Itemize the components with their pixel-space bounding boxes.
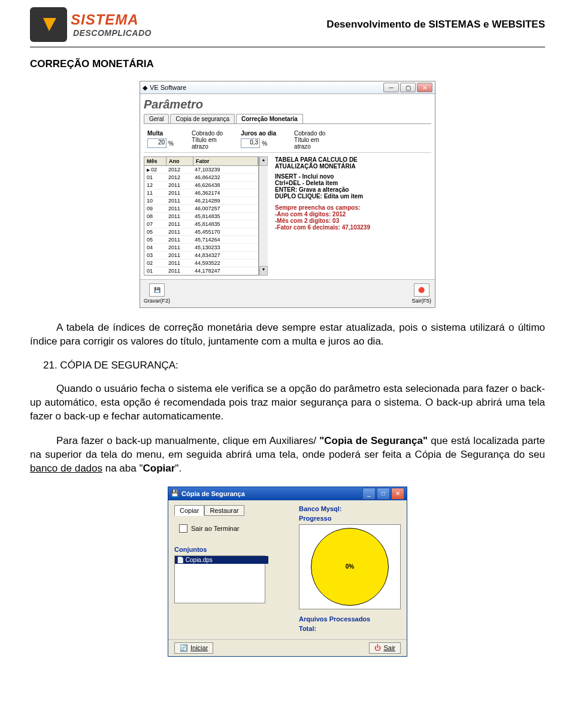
tabs: Geral Copia de segurança Correção Moneta… — [144, 114, 431, 124]
table-row[interactable]: 02201247,103239 — [144, 166, 258, 174]
heading-copia: 21. CÓPIA DE SEGURANÇA: — [30, 360, 545, 371]
table-row[interactable]: 07201145,814835 — [144, 220, 258, 228]
window-titlebar[interactable]: ◆ VE Software ─ ▢ ✕ — [140, 81, 435, 94]
progresso-label: Progresso — [299, 515, 401, 522]
tab-geral[interactable]: Geral — [144, 114, 169, 123]
progress-pct: 0% — [346, 563, 354, 570]
juros-label: Juros ao dia — [241, 130, 276, 137]
header-rule — [30, 47, 545, 47]
minimize-button[interactable]: _ — [362, 488, 376, 500]
sair-button[interactable]: ⏻ Sair — [369, 642, 401, 654]
tab-restaurar[interactable]: Restaurar — [204, 505, 244, 516]
conjuntos-label: Conjuntos — [174, 546, 290, 553]
warn-line: -Ano com 4 digitos: 2012 — [275, 211, 431, 218]
scroll-down-icon[interactable]: ▾ — [259, 266, 268, 276]
minimize-button[interactable]: ─ — [383, 83, 399, 92]
exit-icon: ⏻ — [374, 644, 381, 651]
banco-label: Banco Mysql: — [299, 505, 401, 512]
arquivos-label: Arquivos Processados — [299, 615, 401, 623]
logo-line1: SISTEMA — [71, 11, 154, 28]
page-header: SISTEMA DESCOMPLICADO Desenvolvimento de… — [30, 7, 545, 42]
col-ano: Ano — [167, 157, 193, 165]
parametro-window: ◆ VE Software ─ ▢ ✕ Parâmetro Geral Copi… — [140, 81, 435, 308]
sair-label: Sair ao Terminar — [191, 525, 240, 532]
table-scrollbar[interactable]: ▴ ▾ — [259, 156, 268, 276]
info-line: DUPLO CLIQUE: Edita um item — [275, 193, 431, 200]
gravar-label: Gravar(F2) — [144, 298, 170, 304]
juros-input[interactable]: 0,3 — [241, 138, 260, 148]
p3-e: na aba — [102, 463, 139, 474]
paragraph-1: A tabela de índices de correção monetári… — [30, 321, 545, 349]
maximize-button[interactable]: ▢ — [400, 83, 416, 92]
warn-line: -Mês com 2 digitos: 03 — [275, 218, 431, 224]
total-label: Total: — [299, 625, 401, 632]
table-row[interactable]: 03201144,834327 — [144, 252, 258, 259]
paragraph-3: Para fazer o back-up manualmente, clique… — [30, 434, 545, 476]
backup-title: Cópia de Segurança — [181, 490, 245, 497]
app-icon: ◆ — [143, 84, 147, 92]
table-row[interactable]: 01201144,178247 — [144, 267, 258, 275]
info-title: TABELA PARA CALCULO DE ATUALIZAÇÃO MONET… — [275, 156, 431, 170]
save-icon: 💾 — [149, 283, 165, 297]
gravar-button[interactable]: 💾 Gravar(F2) — [144, 283, 170, 304]
juros-suffix: % — [262, 140, 267, 147]
p3-f: Copiar — [143, 463, 175, 474]
logo-bolt-icon — [30, 7, 67, 42]
list-item-label: Copia.dps — [186, 557, 213, 563]
iniciar-label: Iniciar — [190, 644, 208, 651]
tab-correcao-monetaria[interactable]: Correção Monetaria — [236, 114, 303, 123]
start-icon: 🔄 — [180, 644, 188, 652]
sair-checkbox[interactable] — [179, 524, 187, 533]
list-item[interactable]: 📄 Copia.dps — [175, 556, 268, 564]
tab-copiar[interactable]: Copiar — [174, 505, 204, 516]
warn-line: -Fator com 6 decimais: 47,103239 — [275, 224, 431, 231]
section-title: CORREÇÃO MONETÁRIA — [30, 58, 545, 70]
backup-titlebar[interactable]: 💾 Cópia de Segurança _ □ ✕ — [168, 487, 407, 500]
table-row[interactable]: 09201146,007257 — [144, 205, 258, 213]
info-line: INSERT - Inclui novo — [275, 173, 431, 180]
logo-line2: DESCOMPLICADO — [71, 28, 154, 38]
backup-icon: 💾 — [171, 490, 179, 497]
paragraph-2: Quando o usuário fecha o sistema ele ver… — [30, 382, 545, 424]
scroll-up-icon[interactable]: ▴ — [259, 156, 268, 166]
iniciar-button[interactable]: 🔄 Iniciar — [174, 642, 213, 654]
conjuntos-list[interactable]: 📄 Copia.dps — [174, 555, 265, 603]
close-button[interactable]: ✕ — [417, 83, 432, 92]
p3-g: . — [178, 463, 181, 474]
progress-chart: 0% — [299, 524, 401, 609]
exit-icon: 🔴 — [414, 283, 429, 297]
pie-chart-icon: 0% — [311, 528, 389, 606]
backup-window: 💾 Cópia de Segurança _ □ ✕ Copiar Restau… — [168, 487, 407, 657]
p3-d: banco de dados — [30, 463, 102, 474]
sair-button[interactable]: 🔴 Sair(F5) — [411, 283, 431, 304]
tab-copia-seguranca[interactable]: Copia de segurança — [170, 114, 235, 123]
multa-suffix: % — [168, 140, 174, 147]
warn-head: Sempre preencha os campos: — [275, 204, 431, 211]
table-row[interactable]: 12201146,626438 — [144, 182, 258, 189]
multa-desc: Cobrado do Título em atrazo — [192, 130, 223, 150]
table-row[interactable]: 11201146,362174 — [144, 189, 258, 197]
header-tagline: Desenvolvimento de SISTEMAS e WEBSITES — [326, 19, 545, 31]
info-line: Ctrl+DEL - Deleta item — [275, 180, 431, 186]
col-mes: Mês — [144, 157, 167, 165]
sair-label: Sair(F5) — [411, 298, 431, 304]
window-heading: Parâmetro — [144, 98, 431, 111]
multa-input[interactable]: 20 — [147, 138, 167, 148]
logo: SISTEMA DESCOMPLICADO — [30, 7, 154, 42]
table-row[interactable]: 05201145,714264 — [144, 236, 258, 244]
sair-btn-label: Sair — [383, 644, 395, 651]
close-button[interactable]: ✕ — [391, 488, 404, 500]
table-row[interactable]: 04201145,130233 — [144, 244, 258, 252]
table-row[interactable]: 05201145,455170 — [144, 228, 258, 236]
juros-desc: Cobrado do Título em atrazo — [294, 130, 325, 150]
table-row[interactable]: 10201146,214289 — [144, 197, 258, 205]
table-row[interactable]: 01201246,864232 — [144, 174, 258, 182]
fator-table[interactable]: Mês Ano Fator 02201247,10323901201246,86… — [144, 156, 259, 276]
table-row[interactable]: 02201144,593522 — [144, 259, 258, 267]
table-row[interactable]: 08201145,814835 — [144, 213, 258, 220]
p3-b: Copia de Segurança — [324, 435, 423, 446]
multa-label: Multa — [147, 130, 174, 137]
maximize-button[interactable]: □ — [377, 488, 390, 500]
window-title: VE Software — [150, 84, 186, 91]
p3-a: Para fazer o back-up manualmente, clique… — [56, 435, 319, 446]
